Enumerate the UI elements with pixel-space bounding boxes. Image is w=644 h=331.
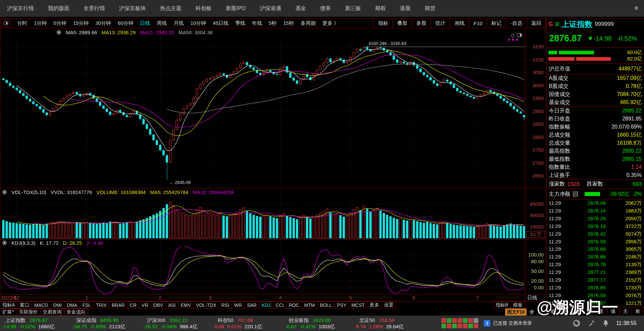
period-分时[interactable]: 分时 [14, 20, 31, 27]
indicator-tab-CCI[interactable]: CCI [273, 301, 286, 309]
menu-item-债券[interactable]: 债券 [313, 5, 338, 12]
tab-指标B[interactable]: 指标B [493, 301, 511, 309]
menu-item-沪深京行情[interactable]: 沪深京行情 [0, 5, 41, 12]
graphic-f10-button[interactable]: 图文F10 [505, 309, 527, 316]
menu-item-沪深港通[interactable]: 沪深港通 [253, 5, 288, 12]
toolbar-button-F10[interactable]: F10 [469, 19, 487, 28]
indicator-tab-设置[interactable]: 设置 [381, 301, 396, 309]
tab-模板[interactable]: 模板 [511, 301, 525, 309]
ext-扩展^[interactable]: 扩展^ [0, 309, 17, 316]
tick-list[interactable]: 11:292876.492062万11:292876.141883万11:292… [546, 199, 644, 307]
satellite-dish-icon[interactable] [587, 319, 595, 327]
menu-item-新股IPO[interactable]: 新股IPO [219, 5, 253, 12]
indicator-tab-VOL-TDX[interactable]: VOL-TDX [193, 301, 219, 309]
indicator-tab-SAR[interactable]: SAR [244, 301, 259, 309]
period-年线[interactable]: 年线 [249, 20, 265, 27]
detail-list-icon[interactable] [573, 191, 578, 197]
panel-row-value: 2865.15 [622, 156, 642, 162]
menu-item-期权[interactable]: 期权 [368, 5, 393, 12]
statusbar-index-深证成指[interactable]: 深证成指8455.90-58.75-0.69%2123亿 [71, 317, 142, 330]
period-日线[interactable]: 日线 [137, 20, 154, 27]
period-更多 》[interactable]: 更多 》 [319, 20, 342, 27]
indicator-tab-DMA[interactable]: DMA [64, 301, 80, 309]
statusbar-index-北证50[interactable]: 北证50703.548.741.26%28.64亿 [354, 317, 425, 330]
indicator-tab-BOLL[interactable]: BOLL [317, 301, 335, 309]
toolbar-button-指标[interactable]: 指标 [373, 19, 392, 28]
period-月线[interactable]: 月线 [170, 20, 187, 27]
toolbar-button-多股[interactable]: 多股 [412, 19, 431, 28]
chevron-down-icon[interactable]: ▼ [2, 240, 7, 245]
period-60分钟[interactable]: 60分钟 [114, 20, 137, 27]
statusbar-index-创业板指[interactable]: 创业板指1629.00-6.67-0.41%1003亿 [283, 317, 354, 330]
menu-item-科创板[interactable]: 科创板 [189, 5, 219, 12]
tab-窗口[interactable]: 窗口 [17, 301, 32, 309]
indicator-tab-ASI[interactable]: ASI [165, 301, 178, 309]
menu-item-基金[interactable]: 基金 [288, 5, 313, 12]
period-15秒[interactable]: 15秒 [280, 20, 297, 27]
collapse-menu-icon[interactable]: « [633, 6, 640, 10]
toolbar-button--自选[interactable]: -自选 [506, 19, 527, 28]
toolbar-button-返回[interactable]: 返回 [527, 19, 546, 28]
indicator-tab-TRIX[interactable]: TRIX [93, 301, 109, 309]
menu-item-港股[interactable]: 港股 [393, 5, 418, 12]
period-多周期[interactable]: 多周期 [297, 20, 319, 27]
period-周线[interactable]: 周线 [154, 20, 170, 27]
indicator-tab-RSI[interactable]: RSI [219, 301, 232, 309]
swirl-logo-icon[interactable] [573, 319, 581, 327]
period-30分钟[interactable]: 30分钟 [92, 20, 114, 27]
period-1分钟[interactable]: 1分钟 [31, 20, 50, 27]
chevron-down-icon[interactable]: ▼ [56, 30, 61, 35]
bell-icon[interactable] [602, 319, 609, 327]
mobile-view-icon[interactable] [1, 19, 11, 27]
toolbar-button-标记[interactable]: 标记 [487, 19, 506, 28]
ext-关联报价[interactable]: 关联报价 [16, 309, 41, 316]
menu-item-新三板[interactable]: 新三板 [338, 5, 368, 12]
statusbar-index-科创50[interactable]: 科创50707.680.080.01%220.1亿 [212, 317, 283, 330]
indicator-tab-FSL[interactable]: FSL [79, 301, 94, 309]
period-季线[interactable]: 季线 [232, 20, 249, 27]
indicator-tab-PSY[interactable]: PSY [334, 301, 349, 309]
period-15分钟[interactable]: 15分钟 [70, 20, 92, 27]
menu-item-我的版面[interactable]: 我的版面 [41, 5, 76, 12]
statusbar-index-上证指数[interactable]: 上证指数2876.87-14.98-0.52%1660亿 [0, 317, 71, 330]
menu-item-热点主题[interactable]: 热点主题 [153, 5, 189, 12]
market-heatmap[interactable] [441, 318, 478, 328]
chart-canvas[interactable] [0, 28, 546, 301]
indicator-tab-CR[interactable]: CR [127, 301, 139, 309]
menu-item-沪深京板块[interactable]: 沪深京板块 [112, 5, 153, 12]
chevron-down-icon[interactable]: ▼ [2, 190, 7, 195]
diamond-icon[interactable]: ◇ [511, 32, 515, 38]
connection-badge[interactable]: 3 [484, 320, 490, 327]
toolbar-button-画线[interactable]: 画线 [450, 19, 469, 28]
split-view-icon[interactable] [517, 33, 523, 38]
indicator-tab-OBV[interactable]: OBV [151, 301, 166, 309]
indicator-tab-MTM[interactable]: MTM [302, 301, 318, 309]
indicator-tab-ROC[interactable]: ROC [286, 301, 302, 309]
menu-item-全景行情[interactable]: 全景行情 [76, 5, 112, 12]
indicator-tab-EMV[interactable]: EMV [178, 301, 194, 309]
ext-资金流向[interactable]: 资金流向 [64, 309, 88, 316]
indicator-tab-VR[interactable]: VR [139, 301, 151, 309]
more-dots-icon[interactable] [508, 39, 518, 41]
indicator-tab-BRAR[interactable]: BRAR [109, 301, 127, 309]
menu-item-期货[interactable]: 期货 [418, 5, 443, 12]
indicator-tab-更多[interactable]: 更多 [367, 301, 382, 309]
toolbar-button-叠加[interactable]: 叠加 [392, 19, 412, 28]
tick-price: 2876.42 [570, 231, 606, 237]
indicator-tab-MACD[interactable]: MACD [32, 301, 51, 309]
period-5分钟[interactable]: 5分钟 [50, 20, 69, 27]
period-5秒[interactable]: 5秒 [265, 20, 280, 27]
indicator-tab-DMI[interactable]: DMI [51, 301, 65, 309]
heatmap-cell [447, 318, 451, 323]
tab-指标A[interactable]: 指标A [0, 301, 17, 309]
quote-panel-header[interactable]: G 上证指数 999999 [546, 19, 644, 30]
statusbar-index-沪深300[interactable]: 沪深3003362.22-28.52-0.84%988.4亿 [142, 317, 212, 330]
ext-交易查询[interactable]: 交易查询 [40, 309, 64, 316]
period-45日线[interactable]: 45日线 [209, 20, 232, 27]
period-10分钟[interactable]: 10分钟 [187, 20, 210, 27]
indicator-tab-WR[interactable]: WR [231, 301, 245, 309]
price-change: ▼-14.98 [587, 35, 612, 42]
indicator-tab-MCST[interactable]: MCST [349, 301, 368, 309]
toolbar-button-统计[interactable]: 统计 [431, 19, 450, 28]
indicator-tab-KDJ[interactable]: KDJ [259, 301, 273, 309]
